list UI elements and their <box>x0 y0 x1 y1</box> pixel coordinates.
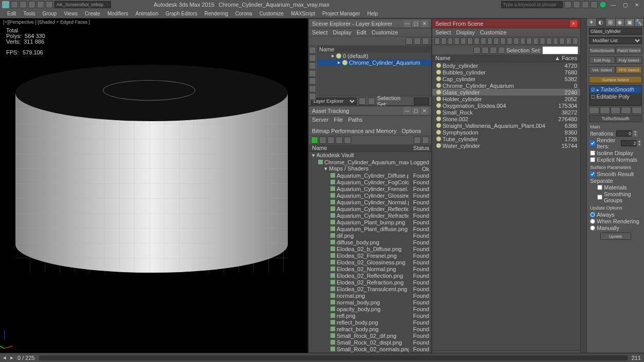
volselect-button[interactable]: Vol. Select <box>589 66 615 73</box>
motion-tab-icon[interactable]: ◉ <box>616 18 625 26</box>
at-row[interactable]: Elodea_02_Refraction.pngFound <box>309 279 431 285</box>
ss-row[interactable]: Symphysodon8360 <box>432 129 580 136</box>
at-tool-icon[interactable] <box>344 137 351 144</box>
ss-tool-icon[interactable] <box>490 47 497 54</box>
ffdselect-button[interactable]: FFD Select <box>616 66 642 73</box>
arrow-left-icon[interactable]: ◂ <box>3 354 6 361</box>
panel-min-icon[interactable]: — <box>403 20 411 27</box>
isoline-check[interactable] <box>590 150 595 156</box>
pin-stack-icon[interactable] <box>589 107 599 114</box>
at-menu-bitmap[interactable]: Bitmap Performance and Memory <box>312 128 396 134</box>
panel-max-icon[interactable]: ▢ <box>412 107 419 115</box>
arrow-right-icon[interactable]: ▸ <box>10 354 13 361</box>
ss-menu-select[interactable]: Select <box>435 29 451 35</box>
configure-sets-icon[interactable] <box>632 107 642 114</box>
ss-filter-icon[interactable] <box>507 37 512 45</box>
at-row[interactable]: Aquarium_Cylinder_FogColor.pngFound <box>309 179 431 185</box>
ss-filter-icon[interactable] <box>441 37 447 45</box>
time-slider[interactable] <box>39 355 628 360</box>
menu-group[interactable]: Group <box>40 11 60 16</box>
always-radio[interactable] <box>590 212 595 217</box>
materials-check[interactable] <box>597 185 602 190</box>
at-menu-options[interactable]: Options <box>401 128 421 134</box>
se-menu-customize[interactable]: Customize <box>372 29 398 35</box>
se-tool-icon[interactable] <box>414 37 421 45</box>
se-filter-icon[interactable] <box>309 62 316 69</box>
ss-row[interactable]: Straight_Vallisneria_Aquarium_Plant.0046… <box>432 122 580 129</box>
ss-header[interactable]: Name ▲ Faces <box>432 55 580 62</box>
modifier-stack[interactable]: ☑ ▸ TurboSmooth ☐ Editable Poly <box>589 85 642 106</box>
se-filter-icon[interactable] <box>309 47 316 54</box>
at-row[interactable]: opacity_body.pngFound <box>309 306 431 312</box>
at-row[interactable]: Chrome_Cylinder_Aquarium_max_vray.maxLog… <box>309 159 431 165</box>
se-menu-select[interactable]: Select <box>312 29 328 35</box>
show-end-result-icon[interactable] <box>600 107 610 114</box>
ss-tool-icon[interactable] <box>482 47 489 54</box>
at-row[interactable]: Aquarium_Cylinder_Frensel.pngFound <box>309 185 431 192</box>
turbosmooth-rollout-header[interactable]: TurboSmooth <box>589 115 642 122</box>
at-tool-icon[interactable] <box>336 137 343 144</box>
at-row[interactable]: Small_Rock_02_dif.pngFound <box>309 332 431 339</box>
patch-select-button[interactable]: Patch Select <box>616 47 642 54</box>
viewport-label[interactable]: [+][Perspective ] [Shaded + Edged Faces … <box>3 20 90 25</box>
ss-filter-icon[interactable] <box>434 37 440 45</box>
at-row[interactable]: reflect_body.pngFound <box>309 319 431 326</box>
ss-selection-set-input[interactable] <box>542 46 578 54</box>
surfaceselect-button[interactable]: Surface Select <box>589 76 642 83</box>
ss-filter-icon[interactable] <box>481 37 486 45</box>
remove-modifier-icon[interactable] <box>621 107 631 114</box>
ss-menu-customize[interactable]: Customize <box>480 29 507 35</box>
menu-modifiers[interactable]: Modifiers <box>104 11 132 16</box>
se-filter-icon[interactable] <box>309 78 316 85</box>
at-row[interactable]: Aquarium_Plant_diffuse.pngFound <box>309 225 431 232</box>
at-row[interactable]: Elodea_02_Reflection.pngFound <box>309 272 431 279</box>
ss-filter-icon[interactable] <box>573 37 578 45</box>
se-menu-edit[interactable]: Edit <box>357 29 366 35</box>
se-selection-set-input[interactable] <box>414 98 429 105</box>
se-ft-icon[interactable] <box>359 98 366 105</box>
make-unique-icon[interactable] <box>611 107 621 114</box>
se-filter-icon[interactable] <box>309 93 316 100</box>
at-row[interactable]: refract_body.pngFound <box>309 326 431 332</box>
render-iters-input[interactable] <box>621 140 636 146</box>
iterations-input[interactable] <box>616 130 632 137</box>
at-tool-icon[interactable] <box>311 137 318 144</box>
ss-row[interactable]: Small_Rock38272 <box>432 109 580 116</box>
ss-filter-icon[interactable] <box>566 37 572 45</box>
ss-filter-icon[interactable] <box>533 37 539 45</box>
at-tool-icon[interactable] <box>414 137 421 144</box>
at-row[interactable]: dif.pngFound <box>309 232 431 239</box>
at-row[interactable]: Elodea_02_Transulcent.pngFound <box>309 285 431 292</box>
modify-tab-icon[interactable]: ◐ <box>597 18 606 26</box>
menu-views[interactable]: Views <box>61 11 81 16</box>
ss-menu-display[interactable]: Display <box>456 29 475 35</box>
ss-filter-icon[interactable] <box>454 37 459 45</box>
polyselect-button[interactable]: Poly Select <box>616 56 642 64</box>
hierarchy-tab-icon[interactable]: ⊞ <box>606 18 616 26</box>
ss-filter-icon[interactable] <box>448 37 453 45</box>
ss-row[interactable]: Cap_cylinder5382 <box>432 75 580 82</box>
se-tool-icon[interactable] <box>406 37 413 45</box>
menu-maxscript[interactable]: MAXScript <box>288 11 318 16</box>
help-icon[interactable] <box>564 1 572 8</box>
ss-filter-icon[interactable] <box>540 37 545 45</box>
smoothing-groups-check[interactable] <box>597 195 602 200</box>
spinner-icon[interactable]: ▲▼ <box>638 140 641 146</box>
at-row[interactable]: Aquarium_Cylinder_Glossiness.pngFound <box>309 192 431 199</box>
se-ft-icon[interactable] <box>368 98 375 105</box>
se-row[interactable]: ▸0 (default) <box>317 52 431 59</box>
at-row[interactable]: normal.pngFound <box>309 292 431 299</box>
at-row[interactable]: diffuse_body.pngFound <box>309 239 431 245</box>
ss-row[interactable]: Holder_cylinder2052 <box>432 96 580 102</box>
ss-filter-icon[interactable] <box>513 37 519 45</box>
at-tool-icon[interactable] <box>327 137 335 144</box>
menu-tools[interactable]: Tools <box>20 11 38 16</box>
at-row[interactable]: Elodea_02_Normal.pngFound <box>309 265 431 272</box>
ss-row[interactable]: Bubbles_cylinder7680 <box>432 69 580 75</box>
ss-row[interactable]: Glass_cylinder2240 <box>432 89 580 96</box>
se-filter-icon[interactable] <box>309 70 316 77</box>
se-filter-icon[interactable] <box>309 85 316 92</box>
ss-row[interactable]: Water_cylinder15744 <box>432 142 580 149</box>
ss-filter-icon[interactable] <box>461 37 466 45</box>
ss-filter-icon[interactable] <box>474 37 480 45</box>
